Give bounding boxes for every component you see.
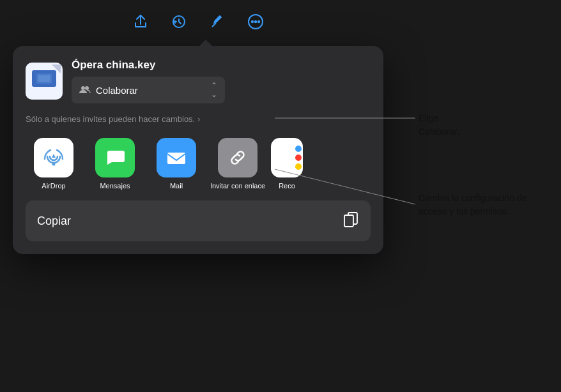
messages-app[interactable]: Mensajes (87, 138, 143, 190)
recents-app[interactable]: Reco (271, 138, 303, 190)
chevron-icon: ⌃⌄ (211, 81, 217, 99)
permission-arrow-icon: › (197, 114, 200, 125)
share-icon[interactable] (130, 11, 151, 32)
svg-point-3 (252, 21, 253, 22)
svg-point-5 (258, 21, 259, 22)
collaborate-dropdown[interactable]: Colaborar ⌃⌄ (72, 77, 225, 103)
copylink-label: Invitar con enlace (210, 181, 265, 190)
svg-rect-16 (226, 146, 250, 170)
mail-icon (157, 138, 196, 177)
callout-settings-text: Cambia la configuración de acceso y los … (419, 192, 546, 218)
mail-label: Mail (170, 181, 183, 190)
callout-collaborate-text: Elige Colaborar. (419, 112, 460, 139)
messages-icon (95, 138, 135, 177)
pin-icon[interactable] (207, 11, 227, 32)
recents-icon (271, 138, 303, 177)
app-grid: AirDrop Mensajes Mail (26, 138, 371, 190)
toolbar (0, 0, 396, 43)
dot-blue (295, 146, 302, 152)
svg-rect-7 (38, 75, 50, 82)
svg-rect-15 (167, 153, 185, 164)
recents-label: Reco (279, 181, 295, 190)
dropdown-pointer (199, 40, 212, 46)
more-icon[interactable] (245, 11, 266, 32)
messages-label: Mensajes (100, 181, 130, 190)
svg-point-9 (85, 86, 89, 90)
file-info: Ópera china.key Colaborar ⌃⌄ (72, 59, 225, 103)
collaborate-label: Colaborar (96, 85, 138, 96)
copy-icon (342, 211, 359, 231)
airdrop-label: AirDrop (42, 181, 65, 190)
file-header: Ópera china.key Colaborar ⌃⌄ (26, 59, 371, 103)
dot-yellow (295, 163, 302, 170)
share-panel: Ópera china.key Colaborar ⌃⌄ (13, 46, 383, 254)
airdrop-icon (34, 138, 73, 177)
svg-point-11 (52, 163, 56, 166)
airdrop-app[interactable]: AirDrop (26, 138, 82, 190)
copylink-icon (218, 138, 257, 177)
svg-line-1 (212, 23, 216, 27)
permission-text[interactable]: Sólo a quienes invites pueden hacer camb… (26, 114, 371, 125)
mail-app[interactable]: Mail (148, 138, 204, 190)
svg-point-8 (81, 86, 85, 90)
svg-point-4 (255, 21, 256, 22)
reply-icon[interactable] (169, 11, 189, 32)
copylink-app[interactable]: Invitar con enlace (210, 138, 266, 190)
file-title: Ópera china.key (72, 59, 225, 72)
dot-red (295, 155, 302, 161)
file-icon (26, 63, 63, 100)
svg-rect-18 (344, 215, 353, 227)
copy-label: Copiar (37, 215, 71, 228)
collaborate-icon (79, 85, 91, 96)
copy-button[interactable]: Copiar (26, 200, 371, 241)
